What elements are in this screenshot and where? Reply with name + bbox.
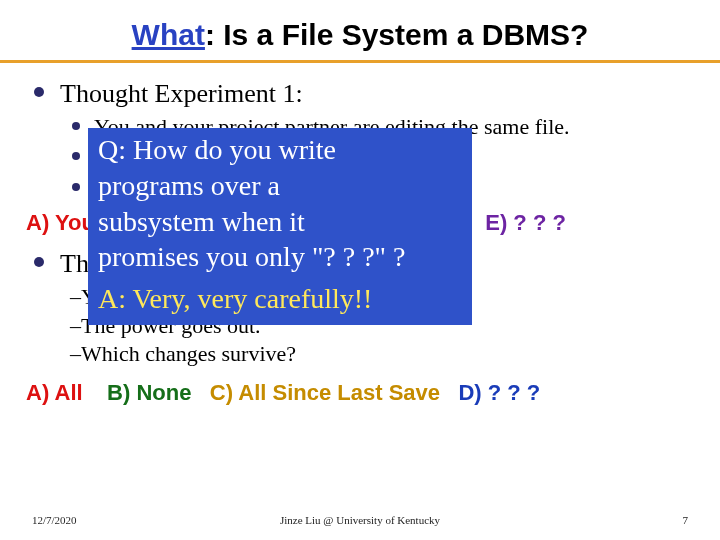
bullet-icon [34,87,44,97]
bullet-text: Which changes survive? [81,341,296,366]
slide-title: What: Is a File System a DBMS? [0,0,720,60]
ans-d: D) ? ? ? [458,380,540,405]
overlay-q-line4: promises you only "? ? ?" ? [98,239,462,275]
answers-2: A) All B) None C) All Since Last Save D)… [26,379,694,408]
bullet-icon [72,152,80,160]
bullet-icon [34,257,44,267]
footer-center: Jinze Liu @ University of Kentucky [0,514,720,526]
bullet-icon [72,122,80,130]
footer-date: 12/7/2020 [32,514,77,526]
bullet-t2c: –Which changes survive? [70,340,694,369]
ans-e: E) ? ? ? [485,210,566,235]
ans-a: A) All [26,380,83,405]
bullet-thought1: Thought Experiment 1: [26,77,694,111]
title-rule [0,60,720,63]
ans-c: C) All Since Last Save [210,380,440,405]
footer-page: 7 [683,514,689,526]
overlay-q-line1: Q: How do you write [98,132,462,168]
overlay-q-line2: programs over a [98,168,462,204]
bullet-text: Thought Experiment 1: [60,77,303,111]
overlay-box: Q: How do you write programs over a subs… [88,128,472,325]
footer: 12/7/2020 Jinze Liu @ University of Kent… [0,514,720,526]
title-rest: : Is a File System a DBMS? [205,18,588,51]
bullet-icon [72,183,80,191]
overlay-answer: A: Very, very carefully!! [98,281,462,317]
overlay-q-line3: subsystem when it [98,204,462,240]
ans-b: B) None [107,380,191,405]
slide: What: Is a File System a DBMS? Thought E… [0,0,720,540]
title-accent: What [132,18,205,51]
